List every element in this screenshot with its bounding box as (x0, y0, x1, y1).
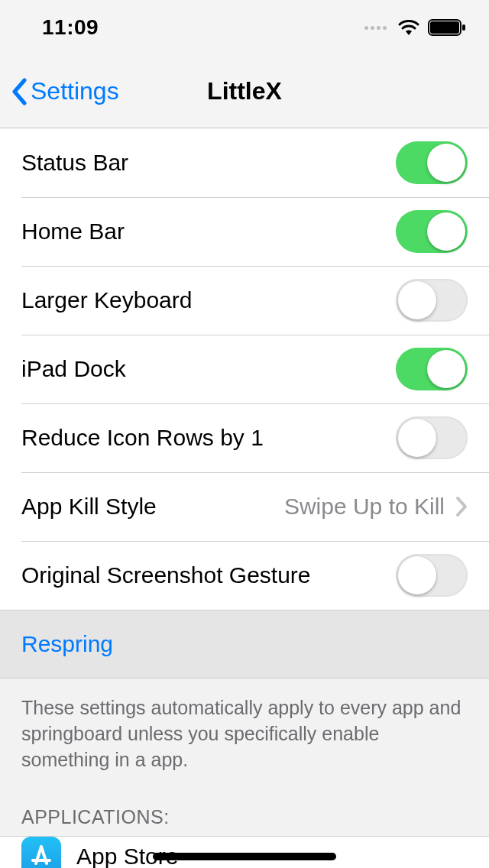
svg-rect-2 (462, 24, 465, 31)
toggle-ipad-dock[interactable] (396, 348, 468, 390)
row-app-kill-style[interactable]: App Kill Style Swipe Up to Kill (0, 472, 489, 541)
row-value: Swipe Up to Kill (284, 494, 445, 520)
page-dots-icon (364, 26, 387, 30)
home-indicator[interactable] (153, 853, 336, 860)
row-label: Larger Keyboard (21, 287, 192, 313)
page-title: LittleX (207, 77, 282, 105)
settings-footer-text: These settings automatically apply to ev… (0, 679, 489, 779)
battery-icon (428, 19, 466, 36)
back-button[interactable]: Settings (11, 77, 119, 105)
respring-button[interactable]: Respring (0, 610, 489, 679)
row-ipad-dock: iPad Dock (0, 335, 489, 403)
respring-label: Respring (21, 631, 113, 657)
status-time: 11:09 (42, 15, 99, 40)
row-label: Status Bar (21, 150, 128, 176)
section-header-applications: APPLICATIONS: (0, 779, 489, 836)
app-store-icon (21, 837, 61, 868)
row-reduce-icon-rows: Reduce Icon Rows by 1 (0, 403, 489, 472)
toggle-reduce-icon-rows[interactable] (396, 416, 468, 459)
device-status-bar: 11:09 (0, 0, 489, 55)
row-home-bar: Home Bar (0, 197, 489, 266)
row-label: Original Screenshot Gesture (21, 562, 311, 588)
toggle-larger-keyboard[interactable] (396, 279, 468, 322)
toggle-home-bar[interactable] (396, 210, 468, 253)
toggle-status-bar[interactable] (396, 141, 468, 184)
row-label: Home Bar (21, 219, 125, 245)
nav-bar: Settings LittleX (0, 55, 489, 128)
row-original-screenshot: Original Screenshot Gesture (0, 541, 489, 610)
row-label: App Kill Style (21, 494, 157, 520)
svg-rect-1 (430, 21, 459, 34)
back-label: Settings (31, 77, 119, 105)
status-indicators (364, 19, 466, 36)
row-label: iPad Dock (21, 356, 126, 382)
wifi-icon (397, 19, 420, 36)
settings-list: Status Bar Home Bar Larger Keyboard iPad… (0, 128, 489, 610)
chevron-right-icon (455, 496, 468, 517)
chevron-left-icon (11, 78, 28, 105)
row-status-bar: Status Bar (0, 128, 489, 197)
row-larger-keyboard: Larger Keyboard (0, 266, 489, 335)
toggle-original-screenshot[interactable] (396, 554, 468, 597)
row-label: Reduce Icon Rows by 1 (21, 425, 264, 451)
